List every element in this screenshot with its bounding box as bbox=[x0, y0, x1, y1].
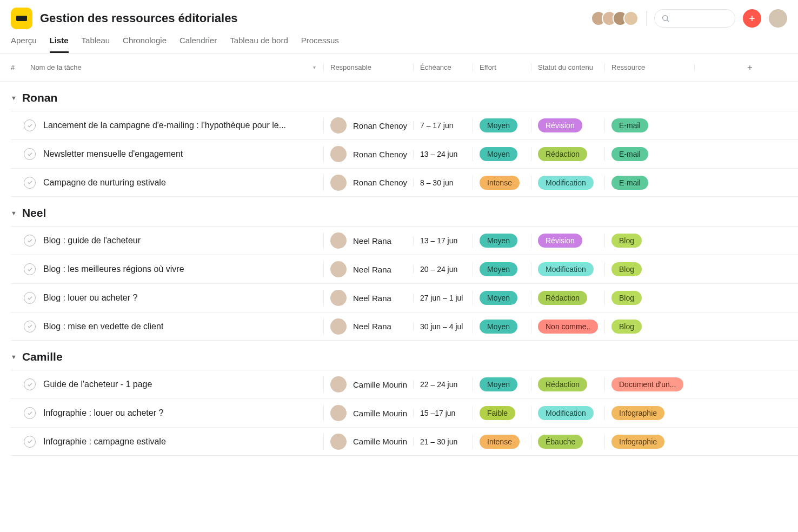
complete-checkbox[interactable] bbox=[24, 177, 36, 189]
task-row[interactable]: Blog : mise en vedette de client Neel Ra… bbox=[11, 312, 798, 341]
section-header[interactable]: ▼Camille bbox=[0, 341, 798, 370]
cell-due[interactable]: 27 jun – 1 jul bbox=[413, 294, 473, 302]
tab-dashboard[interactable]: Tableau de bord bbox=[230, 36, 288, 53]
complete-checkbox[interactable] bbox=[24, 378, 36, 390]
task-row[interactable]: Blog : guide de l'acheteur Neel Rana 13 … bbox=[11, 226, 798, 255]
cell-due[interactable]: 8 – 30 jun bbox=[413, 178, 473, 187]
task-name[interactable]: Newsletter mensuelle d'engagement bbox=[43, 149, 183, 159]
cell-owner[interactable]: Camille Mourin bbox=[323, 405, 413, 421]
cell-resource[interactable]: E-mail bbox=[604, 147, 694, 161]
cell-effort[interactable]: Moyen bbox=[473, 118, 531, 132]
cell-status[interactable]: Ébauche bbox=[531, 435, 604, 449]
task-row[interactable]: Lancement de la campagne d'e-mailing : l… bbox=[11, 111, 798, 139]
cell-due[interactable]: 30 jun – 4 jul bbox=[413, 322, 473, 331]
cell-due[interactable]: 7 – 17 jun bbox=[413, 121, 473, 130]
task-name[interactable]: Infographie : louer ou acheter ? bbox=[43, 408, 163, 418]
cell-resource[interactable]: Blog bbox=[604, 234, 694, 248]
cell-owner[interactable]: Ronan Chenoy bbox=[323, 117, 413, 134]
task-name[interactable]: Infographie : campagne estivale bbox=[43, 437, 166, 447]
cell-status[interactable]: Révision bbox=[531, 118, 604, 132]
cell-effort[interactable]: Moyen bbox=[473, 377, 531, 391]
chevron-down-icon[interactable]: ▾ bbox=[313, 64, 316, 70]
cell-status[interactable]: Rédaction bbox=[531, 147, 604, 161]
cell-resource[interactable]: Blog bbox=[604, 262, 694, 276]
section-header[interactable]: ▼Neel bbox=[0, 197, 798, 226]
cell-due[interactable]: 15 –17 jun bbox=[413, 409, 473, 417]
cell-effort[interactable]: Intense bbox=[473, 435, 531, 449]
task-row[interactable]: Guide de l'acheteur - 1 page Camille Mou… bbox=[11, 370, 798, 398]
task-row[interactable]: Infographie : louer ou acheter ? Camille… bbox=[11, 398, 798, 427]
cell-owner[interactable]: Camille Mourin bbox=[323, 434, 413, 450]
cell-due[interactable]: 13 – 17 jun bbox=[413, 236, 473, 245]
cell-effort[interactable]: Moyen bbox=[473, 234, 531, 248]
task-row[interactable]: Newsletter mensuelle d'engagement Ronan … bbox=[11, 139, 798, 168]
tab-timeline[interactable]: Chronologie bbox=[123, 36, 167, 53]
cell-status[interactable]: Modification bbox=[531, 262, 604, 276]
tab-board[interactable]: Tableau bbox=[82, 36, 110, 53]
avatar[interactable] bbox=[623, 11, 639, 26]
col-owner[interactable]: Responsable bbox=[323, 63, 413, 71]
cell-owner[interactable]: Neel Rana bbox=[323, 261, 413, 277]
cell-effort[interactable]: Moyen bbox=[473, 291, 531, 305]
complete-checkbox[interactable] bbox=[24, 436, 36, 448]
complete-checkbox[interactable] bbox=[24, 235, 36, 247]
caret-down-icon[interactable]: ▼ bbox=[11, 210, 17, 216]
cell-resource[interactable]: Infographie bbox=[604, 435, 694, 449]
add-column-button[interactable] bbox=[694, 64, 798, 71]
cell-due[interactable]: 20 – 24 jun bbox=[413, 265, 473, 274]
cell-owner[interactable]: Neel Rana bbox=[323, 318, 413, 335]
cell-effort[interactable]: Moyen bbox=[473, 320, 531, 334]
col-resource[interactable]: Ressource bbox=[604, 63, 694, 71]
col-task[interactable]: Nom de la tâche ▾ bbox=[22, 63, 323, 71]
caret-down-icon[interactable]: ▼ bbox=[11, 354, 17, 360]
user-avatar[interactable] bbox=[769, 9, 787, 28]
cell-resource[interactable]: E-mail bbox=[604, 118, 694, 132]
task-name[interactable]: Guide de l'acheteur - 1 page bbox=[43, 380, 152, 389]
cell-due[interactable]: 22 – 24 jun bbox=[413, 380, 473, 389]
cell-effort[interactable]: Faible bbox=[473, 406, 531, 420]
tab-calendar[interactable]: Calendrier bbox=[179, 36, 217, 53]
task-name[interactable]: Blog : louer ou acheter ? bbox=[43, 293, 137, 303]
task-row[interactable]: Campagne de nurturing estivale Ronan Che… bbox=[11, 168, 798, 197]
task-name[interactable]: Blog : guide de l'acheteur bbox=[43, 236, 141, 245]
caret-down-icon[interactable]: ▼ bbox=[11, 95, 17, 101]
cell-status[interactable]: Rédaction bbox=[531, 291, 604, 305]
complete-checkbox[interactable] bbox=[24, 119, 36, 131]
section-header[interactable]: ▼Ronan bbox=[0, 82, 798, 111]
cell-owner[interactable]: Neel Rana bbox=[323, 232, 413, 249]
cell-resource[interactable]: Document d'un... bbox=[604, 377, 694, 391]
tab-workflow[interactable]: Processus bbox=[301, 36, 339, 53]
task-row[interactable]: Infographie : campagne estivale Camille … bbox=[11, 427, 798, 456]
complete-checkbox[interactable] bbox=[24, 407, 36, 419]
cell-status[interactable]: Rédaction bbox=[531, 377, 604, 391]
col-status[interactable]: Statut du contenu bbox=[531, 63, 604, 71]
cell-resource[interactable]: Blog bbox=[604, 291, 694, 305]
cell-effort[interactable]: Intense bbox=[473, 176, 531, 190]
cell-due[interactable]: 21 – 30 jun bbox=[413, 437, 473, 446]
tab-list[interactable]: Liste bbox=[50, 36, 69, 53]
cell-due[interactable]: 13 – 24 jun bbox=[413, 150, 473, 158]
tab-overview[interactable]: Aperçu bbox=[11, 36, 37, 53]
cell-owner[interactable]: Ronan Chenoy bbox=[323, 175, 413, 191]
task-row[interactable]: Blog : louer ou acheter ? Neel Rana 27 j… bbox=[11, 283, 798, 312]
task-name[interactable]: Lancement de la campagne d'e-mailing : l… bbox=[43, 121, 286, 130]
task-name[interactable]: Blog : mise en vedette de client bbox=[43, 322, 163, 331]
cell-status[interactable]: Non comme.. bbox=[531, 320, 604, 334]
cell-owner[interactable]: Neel Rana bbox=[323, 290, 413, 306]
project-icon[interactable] bbox=[11, 8, 32, 29]
col-effort[interactable]: Effort bbox=[473, 63, 531, 71]
cell-status[interactable]: Révision bbox=[531, 234, 604, 248]
complete-checkbox[interactable] bbox=[24, 321, 36, 332]
complete-checkbox[interactable] bbox=[24, 292, 36, 304]
cell-owner[interactable]: Camille Mourin bbox=[323, 376, 413, 393]
cell-resource[interactable]: Blog bbox=[604, 320, 694, 334]
cell-resource[interactable]: E-mail bbox=[604, 176, 694, 190]
cell-status[interactable]: Modification bbox=[531, 176, 604, 190]
cell-resource[interactable]: Infographie bbox=[604, 406, 694, 420]
complete-checkbox[interactable] bbox=[24, 263, 36, 275]
cell-effort[interactable]: Moyen bbox=[473, 147, 531, 161]
cell-status[interactable]: Modification bbox=[531, 406, 604, 420]
add-button[interactable] bbox=[743, 9, 761, 28]
task-name[interactable]: Blog : les meilleures régions où vivre bbox=[43, 264, 184, 274]
cell-owner[interactable]: Ronan Chenoy bbox=[323, 146, 413, 162]
